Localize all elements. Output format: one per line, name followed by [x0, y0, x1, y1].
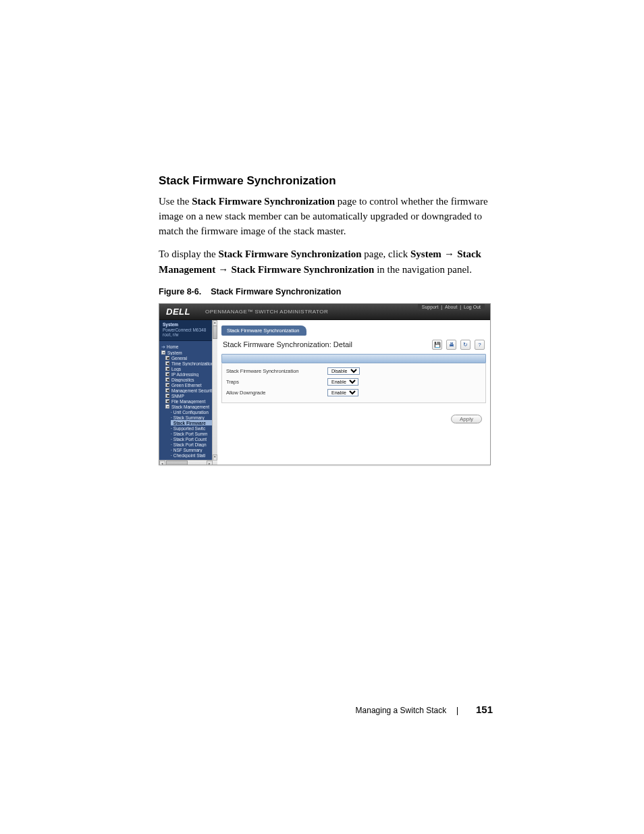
- sidebar-item[interactable]: ·Stack Port Count: [171, 436, 217, 442]
- print-icon[interactable]: 🖶: [446, 340, 456, 350]
- sidebar-title: System: [163, 322, 214, 328]
- sidebar-item[interactable]: SNMP: [165, 393, 217, 398]
- logout-link[interactable]: Log Out: [464, 305, 481, 309]
- sidebar-item[interactable]: ·NSF Summary: [171, 447, 217, 452]
- apply-button[interactable]: Apply: [451, 415, 482, 423]
- sidebar-item-label: Stack Firmware: [173, 421, 206, 425]
- sidebar-item-selected[interactable]: ·Stack Firmware: [171, 420, 217, 425]
- sidebar-item-label: Logs: [171, 367, 181, 371]
- sidebar-hscrollbar[interactable]: ◂ ▸: [159, 460, 217, 465]
- expand-icon[interactable]: [165, 383, 169, 387]
- home-arrow-icon: ➔: [161, 344, 165, 350]
- sidebar-item[interactable]: General: [165, 355, 217, 361]
- expand-icon[interactable]: [165, 367, 169, 371]
- toolbar-icons: 💾 🖶 ↻ ?: [432, 340, 485, 350]
- text: page, click: [361, 249, 410, 259]
- sidebar-item-label: SNMP: [171, 394, 184, 398]
- sidebar-vscrollbar[interactable]: ▴ ▾: [212, 320, 217, 465]
- tree-leaf-icon: ·: [171, 426, 172, 431]
- breadcrumb: Stack Firmware Synchronization: [221, 323, 486, 333]
- app-title: OPENMANAGE™ SWITCH ADMINISTRATOR: [205, 309, 328, 315]
- page-title: Stack Firmware Synchronization: Detail: [223, 340, 352, 348]
- tree-leaf-icon: ·: [171, 448, 172, 452]
- expand-icon[interactable]: [165, 361, 169, 365]
- sidebar-item-label: Checkpoint Stati: [173, 453, 205, 458]
- sidebar-header: System PowerConnect M6348 root, r/w: [159, 320, 217, 341]
- footer-page-number: 151: [476, 704, 493, 715]
- sidebar-item[interactable]: IP Addressing: [165, 371, 217, 377]
- text: To display the: [159, 249, 219, 259]
- setting-select[interactable]: Enable: [327, 389, 358, 396]
- sidebar-device: PowerConnect M6348: [163, 328, 214, 333]
- setting-label: Traps: [226, 379, 327, 385]
- figure-screenshot: DELL OPENMANAGE™ SWITCH ADMINISTRATOR Su…: [159, 303, 491, 465]
- sidebar-item[interactable]: ·Stack Summary: [171, 415, 217, 420]
- sidebar-item[interactable]: ·Supported Switc: [171, 425, 217, 431]
- sidebar-item[interactable]: Time Synchronization: [165, 361, 217, 366]
- settings-form: Stack Firmware SynchronizationDisableTra…: [221, 363, 486, 403]
- paragraph-1: Use the Stack Firmware Synchronization p…: [159, 194, 493, 238]
- sidebar-item[interactable]: Stack Management: [165, 404, 217, 409]
- setting-select[interactable]: Disable: [327, 367, 360, 375]
- scroll-right-icon[interactable]: ▸: [207, 461, 213, 465]
- setting-row: Stack Firmware SynchronizationDisable: [226, 366, 481, 377]
- expand-icon[interactable]: [165, 388, 169, 392]
- sidebar-item-label: IP Addressing: [171, 372, 198, 377]
- nav-sidebar: System PowerConnect M6348 root, r/w ➔Hom…: [159, 320, 217, 465]
- sidebar-item-label: File Management: [171, 399, 205, 404]
- setting-select[interactable]: Enable: [327, 378, 358, 386]
- sidebar-item[interactable]: Logs: [165, 366, 217, 371]
- sidebar-item-label: Home: [167, 344, 178, 349]
- sidebar-item[interactable]: ·Checkpoint Stati: [171, 452, 217, 458]
- figure-title: Stack Firmware Synchronization: [211, 287, 341, 296]
- sidebar-user: root, r/w: [163, 332, 214, 338]
- expand-icon[interactable]: [165, 399, 169, 403]
- sidebar-item[interactable]: File Management: [165, 398, 217, 404]
- arrow-icon: →: [215, 263, 231, 275]
- sidebar-item-label: Stack Port Diagn: [173, 442, 207, 447]
- sidebar-item-label: System: [167, 350, 182, 355]
- footer-chapter: Managing a Switch Stack: [356, 706, 447, 715]
- tree-leaf-icon: ·: [171, 410, 172, 415]
- expand-icon[interactable]: [165, 372, 169, 376]
- sidebar-item-label: Stack Port Summ: [173, 432, 208, 436]
- sidebar-item[interactable]: ·Unit Configuration: [171, 409, 217, 415]
- top-links: Support | About | Log Out: [418, 304, 485, 311]
- save-icon[interactable]: 💾: [432, 340, 442, 350]
- scroll-left-icon[interactable]: ◂: [159, 461, 165, 465]
- sidebar-item[interactable]: Diagnostics: [165, 377, 217, 382]
- breadcrumb-tab[interactable]: Stack Firmware Synchronization: [221, 325, 306, 336]
- scroll-thumb[interactable]: [166, 461, 188, 465]
- sidebar-item[interactable]: ➔Home: [161, 344, 217, 350]
- sidebar-item-label: Management Security: [171, 388, 214, 393]
- sidebar-item-label: Green Ethernet: [171, 383, 201, 388]
- text: Use the: [159, 196, 192, 207]
- refresh-icon[interactable]: ↻: [460, 340, 471, 350]
- collapse-icon[interactable]: [165, 405, 169, 409]
- tree-leaf-icon: ·: [171, 437, 172, 442]
- collapse-icon[interactable]: [161, 350, 165, 355]
- expand-icon[interactable]: [165, 377, 169, 382]
- help-icon[interactable]: ?: [475, 340, 485, 350]
- sidebar-item[interactable]: Green Ethernet: [165, 382, 217, 388]
- sidebar-item[interactable]: System: [161, 350, 217, 355]
- section-heading: Stack Firmware Synchronization: [159, 174, 493, 188]
- sidebar-item-label: Time Synchronization: [171, 361, 213, 366]
- expand-icon[interactable]: [165, 356, 169, 360]
- nav-sfs: Stack Firmware Synchronization: [232, 264, 375, 275]
- setting-label: Allow Downgrade: [226, 390, 327, 396]
- about-link[interactable]: About: [445, 305, 457, 309]
- dell-logo: DELL: [166, 307, 190, 317]
- sidebar-item-label: Diagnostics: [171, 377, 194, 382]
- sidebar-item[interactable]: ·Stack Port Summ: [171, 431, 217, 436]
- arrow-icon: →: [441, 248, 457, 259]
- sidebar-item[interactable]: ·Stack Port Diagn: [171, 442, 217, 447]
- sidebar-item-label: Unit Configuration: [173, 410, 209, 415]
- sidebar-item-label: Stack Management: [171, 405, 209, 409]
- setting-row: Allow DowngradeEnable: [226, 388, 481, 398]
- support-link[interactable]: Support: [422, 305, 439, 309]
- sidebar-item-label: Stack Port Count: [173, 437, 207, 442]
- expand-icon[interactable]: [165, 394, 169, 398]
- scroll-thumb[interactable]: [213, 325, 217, 339]
- sidebar-item[interactable]: Management Security: [165, 388, 217, 393]
